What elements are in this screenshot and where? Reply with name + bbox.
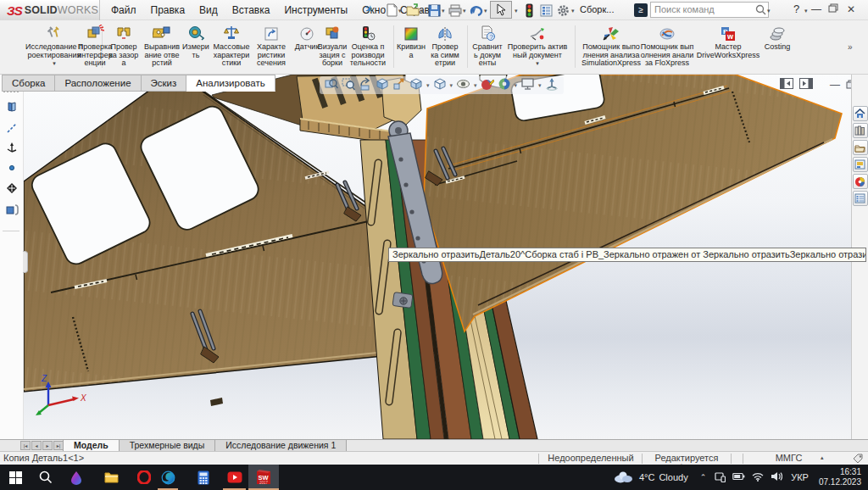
restore-icon[interactable] xyxy=(826,3,840,16)
cloud-weather-icon[interactable] xyxy=(612,470,634,485)
show-left-pane-icon[interactable] xyxy=(780,77,793,92)
status-document: Копия Деталь1<1> xyxy=(3,453,84,463)
show-right-pane-icon[interactable] xyxy=(799,77,813,92)
menu-view[interactable]: Вид xyxy=(199,4,218,16)
tab-3d-views[interactable]: Трехмерные виды xyxy=(120,440,216,452)
close-icon[interactable]: ✕ xyxy=(844,3,858,16)
menu-insert[interactable]: Вставка xyxy=(232,4,270,16)
view-settings-monitor-icon[interactable] xyxy=(520,77,535,94)
ribbon-button-hole-alignment[interactable]: Выравнив ание отве рстий xyxy=(141,23,183,68)
clock[interactable]: 16:31 07.12.2023 xyxy=(819,467,861,487)
custom-properties-icon[interactable] xyxy=(853,191,868,206)
paint3d-icon[interactable] xyxy=(68,469,85,486)
view-orientation-cube-icon[interactable] xyxy=(409,77,423,94)
wifi-icon[interactable] xyxy=(752,472,764,483)
status-state: Недоопределенный xyxy=(540,453,642,463)
print-button[interactable] xyxy=(448,3,463,18)
file-explorer-taskbar-icon[interactable] xyxy=(103,469,120,486)
rebuild-trafficlight-icon[interactable] xyxy=(521,3,537,18)
ribbon-button-clearance[interactable]: Провер ка зазор а xyxy=(105,23,142,68)
feature-manager-strip xyxy=(0,75,24,439)
youtube-icon[interactable] xyxy=(226,469,243,486)
menu-edit[interactable]: Правка xyxy=(151,4,186,16)
open-file-button[interactable] xyxy=(405,3,420,18)
windows-start-icon[interactable] xyxy=(7,469,24,486)
ribbon-label: Характе ристики сечения xyxy=(257,43,286,68)
document-title-collapsed: Сборк... xyxy=(580,4,614,14)
tray-pc-icon[interactable] xyxy=(715,471,726,484)
hide-show-eye-icon[interactable] xyxy=(456,77,470,94)
ribbon-button-measure[interactable]: Измери ть xyxy=(181,23,211,59)
section-properties-icon xyxy=(264,23,279,42)
ribbon-overflow-icon[interactable]: » xyxy=(848,42,853,52)
view-palette-icon[interactable] xyxy=(853,157,868,172)
calculator-icon[interactable] xyxy=(195,469,212,486)
graphics-viewport[interactable]: Z X Сборка Расположение Эскиз Анализиров… xyxy=(0,75,868,439)
ribbon-button-assembly-visualization[interactable]: Визуали зация с борки xyxy=(315,23,349,68)
status-tag-icon[interactable] xyxy=(852,453,864,465)
tab-model[interactable]: Модель xyxy=(63,440,120,452)
sketch-line-icon[interactable] xyxy=(6,122,18,137)
zoom-area-icon[interactable] xyxy=(342,77,355,94)
panel-splitter-handle[interactable] xyxy=(23,251,28,273)
zoom-fit-icon[interactable] xyxy=(325,77,338,94)
view-orientation-icon[interactable] xyxy=(6,182,18,198)
driveworksxpress-icon: Pw xyxy=(721,23,736,42)
doc-minimize-icon[interactable]: — xyxy=(830,79,840,91)
tab-motion-study[interactable]: Исследование движения 1 xyxy=(215,440,347,452)
section-view-icon[interactable] xyxy=(376,77,389,94)
design-library-icon[interactable] xyxy=(853,123,868,138)
weather-temp[interactable]: 4°C xyxy=(639,472,654,482)
opera-icon[interactable] xyxy=(136,469,153,486)
perspective-icon[interactable] xyxy=(545,77,559,94)
command-search-input[interactable]: Поиск команд xyxy=(650,2,769,18)
tab-assembly[interactable]: Сборка xyxy=(2,75,55,92)
ribbon-button-floxpress[interactable]: Помощник вып олнения анали за FloXpress xyxy=(634,23,700,68)
battery-icon[interactable] xyxy=(732,472,745,482)
file-explorer-icon[interactable] xyxy=(853,140,868,155)
ribbon-label: Costing xyxy=(765,43,791,52)
edge-icon[interactable] xyxy=(159,469,176,486)
ribbon-button-mass-properties[interactable]: Массовые характери стики xyxy=(210,23,253,68)
gear-icon[interactable] xyxy=(555,3,570,18)
ribbon-button-performance-evaluation[interactable]: Оценка п роизводи тельности xyxy=(348,23,388,68)
display-style-icon[interactable] xyxy=(433,77,447,94)
home-icon[interactable] xyxy=(853,106,868,121)
ribbon-button-section-properties[interactable]: Характе ристики сечения xyxy=(253,23,290,68)
scene-icon[interactable] xyxy=(498,77,511,94)
appearances-icon[interactable] xyxy=(853,174,868,189)
point-icon[interactable] xyxy=(6,162,18,177)
design-study-icon xyxy=(46,23,63,42)
search-taskbar-icon[interactable] xyxy=(37,469,54,486)
language-indicator[interactable]: УКР xyxy=(791,472,809,482)
edit-appearance-icon[interactable] xyxy=(481,77,494,94)
tray-expand-icon[interactable]: ⌃ xyxy=(700,473,707,482)
menu-file[interactable]: Файл xyxy=(111,4,136,16)
minimize-icon[interactable]: — xyxy=(810,3,823,16)
new-file-button[interactable] xyxy=(384,3,399,18)
save-button[interactable] xyxy=(426,3,442,18)
axis-icon[interactable] xyxy=(6,142,18,157)
ribbon-button-symmetry-check[interactable]: Провер ка симм етрии xyxy=(426,23,464,68)
tab-evaluate[interactable]: Анализировать xyxy=(186,75,275,92)
ribbon-button-compare-documents[interactable]: ? Сравнит ь докум енты xyxy=(470,23,505,68)
volume-icon[interactable] xyxy=(771,471,782,483)
undo-button[interactable] xyxy=(469,3,484,18)
ribbon-button-costing[interactable]: Costing xyxy=(759,23,796,52)
search-icon[interactable] xyxy=(755,3,766,19)
help-icon[interactable]: ? xyxy=(793,3,799,15)
menu-tools[interactable]: Инструменты xyxy=(284,4,348,16)
ribbon-button-driveworksxpress[interactable]: Pw Мастер DriveWorksXpress xyxy=(692,23,765,59)
ribbon-button-check-active-document[interactable]: Проверить актив ный документ ▾ xyxy=(502,23,573,67)
view-wizard-icon[interactable] xyxy=(392,77,406,94)
options-list-icon[interactable] xyxy=(538,3,554,18)
weather-text[interactable]: Cloudy xyxy=(659,472,687,482)
tab-layout[interactable]: Расположение xyxy=(55,75,141,92)
assembly-part-icon[interactable] xyxy=(6,203,19,220)
tab-sketch[interactable]: Эскиз xyxy=(142,75,187,92)
previous-view-icon[interactable] xyxy=(359,77,372,94)
ribbon-button-curvature[interactable]: Кривизн а xyxy=(396,23,426,59)
tab-nav-buttons[interactable]: |◂◂▸▸| xyxy=(20,441,64,450)
ribbon-toolbar: Исследование п роектирования ▾ Проверка … xyxy=(0,20,868,75)
mate-icon[interactable] xyxy=(6,101,18,116)
